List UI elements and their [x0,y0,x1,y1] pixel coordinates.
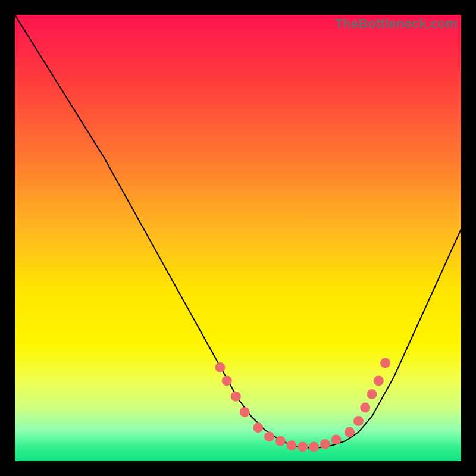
bottleneck-curve [15,15,461,448]
highlight-dot [287,440,297,450]
highlight-dots [215,358,391,452]
highlight-dot [331,435,342,445]
highlight-dot [275,436,286,446]
highlight-dot [320,439,330,449]
highlight-dot [345,427,355,437]
highlight-dot [374,376,384,386]
highlight-dot [222,376,232,386]
highlight-dot [298,442,308,452]
highlight-dot [231,392,241,402]
chart-frame: TheBottleneck.com [0,0,476,476]
highlight-dot [215,362,226,372]
chart-svg [15,15,461,461]
highlight-dot [264,431,274,441]
highlight-dot [353,416,364,426]
highlight-dot [380,358,390,368]
highlight-dot [367,389,377,399]
highlight-dot [309,442,319,452]
plot-area: TheBottleneck.com [15,15,461,461]
highlight-dot [253,422,263,433]
highlight-dot [360,403,370,413]
highlight-dot [240,407,250,417]
